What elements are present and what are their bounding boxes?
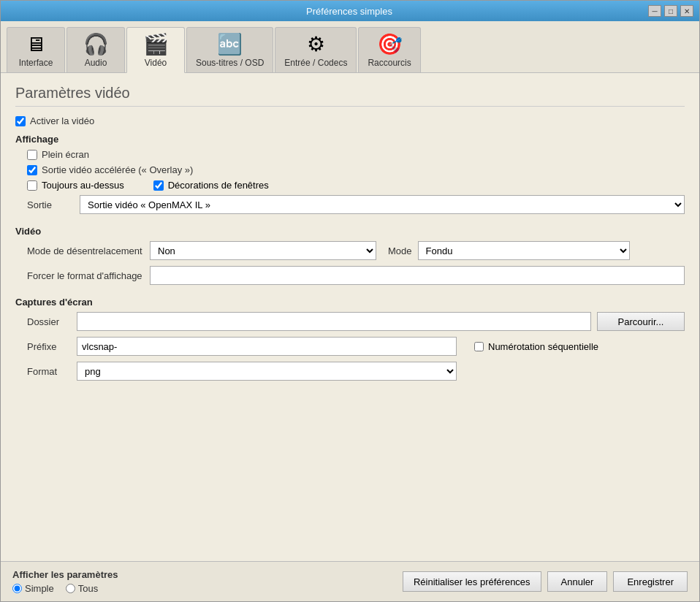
bottom-left: Afficher les paramètres Simple Tous — [12, 569, 118, 594]
cancel-button[interactable]: Annuler — [547, 571, 608, 592]
sortie-acceleree-row: Sortie vidéo accélérée (« Overlay ») — [15, 164, 685, 175]
sortie-row: Sortie Sortie vidéo « OpenMAX IL » Autom… — [15, 195, 685, 214]
tab-subtitles-label: Sous-titres / OSD — [196, 58, 264, 68]
tab-audio-label: Audio — [85, 58, 107, 68]
video-section: Vidéo Mode de désentrelacement Non Autom… — [15, 226, 685, 285]
bottom-bar: Afficher les paramètres Simple Tous Réin… — [1, 561, 699, 601]
prefixe-label: Préfixe — [27, 341, 71, 352]
forcer-format-row: Forcer le format d'affichage — [15, 266, 685, 285]
window-controls: ─ □ ✕ — [648, 5, 693, 17]
simple-label[interactable]: Simple — [25, 583, 54, 594]
title-bar: Préférences simples ─ □ ✕ — [1, 1, 699, 21]
content-area: Paramètres vidéo Activer la vidéo Affich… — [1, 73, 699, 561]
show-params-label: Afficher les paramètres — [12, 569, 118, 580]
toujours-dessus-checkbox[interactable] — [27, 180, 37, 191]
tab-bar: 🖥 Interface 🎧 Audio 🎬 Vidéo 🔤 Sous-titre… — [1, 21, 699, 73]
numerotation-checkbox[interactable] — [474, 342, 484, 351]
format-select[interactable]: png jpg bmp — [77, 362, 457, 381]
radio-simple: Simple — [12, 583, 54, 594]
numerotation-check: Numérotation séquentielle — [474, 341, 598, 352]
plein-ecran-row: Plein écran — [15, 149, 685, 160]
bottom-right: Réinitialiser les préférences Annuler En… — [403, 571, 688, 592]
activate-video-label[interactable]: Activer la vidéo — [30, 115, 94, 126]
tab-interface[interactable]: 🖥 Interface — [7, 27, 65, 72]
decorations-checkbox[interactable] — [153, 180, 164, 191]
tab-video[interactable]: 🎬 Vidéo — [126, 27, 185, 73]
toujours-dessus-check: Toujours au-dessus — [27, 180, 124, 191]
browse-button[interactable]: Parcourir... — [597, 312, 685, 331]
format-label: Format — [27, 366, 71, 377]
captures-section: Captures d'écran Dossier Parcourir... Pr… — [15, 297, 685, 381]
close-button[interactable]: ✕ — [680, 5, 693, 17]
sortie-label: Sortie — [27, 199, 71, 210]
sortie-acceleree-checkbox[interactable] — [27, 165, 37, 175]
tab-codecs[interactable]: ⚙ Entrée / Codecs — [275, 27, 357, 72]
captures-title: Captures d'écran — [15, 297, 685, 308]
tab-audio[interactable]: 🎧 Audio — [66, 27, 125, 72]
activate-video-checkbox[interactable] — [15, 116, 26, 126]
format-select-row: Format png jpg bmp — [15, 362, 685, 381]
tab-shortcuts[interactable]: 🎯 Raccourcis — [358, 27, 420, 72]
tous-radio[interactable] — [66, 584, 75, 593]
sortie-acceleree-label[interactable]: Sortie vidéo accélérée (« Overlay ») — [42, 164, 193, 175]
forcer-format-input[interactable] — [150, 266, 685, 285]
affichage-title: Affichage — [15, 134, 685, 145]
mode-label: Mode — [388, 245, 412, 256]
desentrelace-label: Mode de désentrelacement — [27, 245, 144, 256]
affichage-section: Affichage Plein écran Sortie vidéo accél… — [15, 134, 685, 214]
mode-select[interactable]: Fondu Linéaire Blend — [418, 241, 630, 260]
numerotation-label[interactable]: Numérotation séquentielle — [488, 341, 598, 352]
tous-label[interactable]: Tous — [78, 583, 98, 594]
decorations-label[interactable]: Décorations de fenêtres — [168, 180, 269, 191]
plein-ecran-checkbox[interactable] — [27, 150, 37, 160]
sortie-select[interactable]: Sortie vidéo « OpenMAX IL » Automatique … — [80, 195, 685, 214]
desentrelace-select[interactable]: Non Automatique Blend Bob — [150, 241, 376, 260]
minimize-button[interactable]: ─ — [648, 5, 661, 17]
reset-button[interactable]: Réinitialiser les préférences — [403, 571, 541, 592]
dossier-row: Dossier Parcourir... — [15, 312, 685, 331]
main-window: Préférences simples ─ □ ✕ 🖥 Interface 🎧 … — [0, 0, 700, 602]
plein-ecran-label[interactable]: Plein écran — [42, 149, 89, 160]
window-title: Préférences simples — [50, 6, 648, 17]
page-title: Paramètres vidéo — [15, 85, 685, 107]
tab-codecs-label: Entrée / Codecs — [284, 58, 347, 68]
toujours-dessus-label[interactable]: Toujours au-dessus — [42, 180, 124, 191]
radio-group: Simple Tous — [12, 583, 118, 594]
radio-tous: Tous — [66, 583, 98, 594]
decorations-check: Décorations de fenêtres — [153, 180, 269, 191]
dossier-label: Dossier — [27, 316, 71, 327]
interface-icon: 🖥 — [26, 32, 46, 56]
tab-shortcuts-label: Raccourcis — [368, 58, 411, 68]
tab-interface-label: Interface — [19, 58, 53, 68]
video-icon: 🎬 — [143, 32, 169, 56]
inline-checks-row: Toujours au-dessus Décorations de fenêtr… — [15, 180, 685, 191]
forcer-format-label: Forcer le format d'affichage — [27, 270, 144, 281]
tab-subtitles[interactable]: 🔤 Sous-titres / OSD — [186, 27, 273, 72]
video-section-title: Vidéo — [15, 226, 685, 237]
prefixe-input[interactable] — [77, 337, 457, 356]
desentrelace-row: Mode de désentrelacement Non Automatique… — [15, 241, 685, 260]
subtitles-icon: 🔤 — [217, 32, 243, 56]
shortcuts-icon: 🎯 — [377, 32, 403, 56]
audio-icon: 🎧 — [83, 32, 109, 56]
activate-video-row: Activer la vidéo — [15, 115, 685, 126]
save-button[interactable]: Enregistrer — [613, 571, 688, 592]
simple-radio[interactable] — [12, 584, 22, 593]
dossier-input[interactable] — [77, 312, 591, 331]
maximize-button[interactable]: □ — [664, 5, 677, 17]
tab-video-label: Vidéo — [145, 58, 167, 68]
prefixe-row: Préfixe Numérotation séquentielle — [15, 337, 685, 356]
codecs-icon: ⚙ — [307, 32, 325, 56]
